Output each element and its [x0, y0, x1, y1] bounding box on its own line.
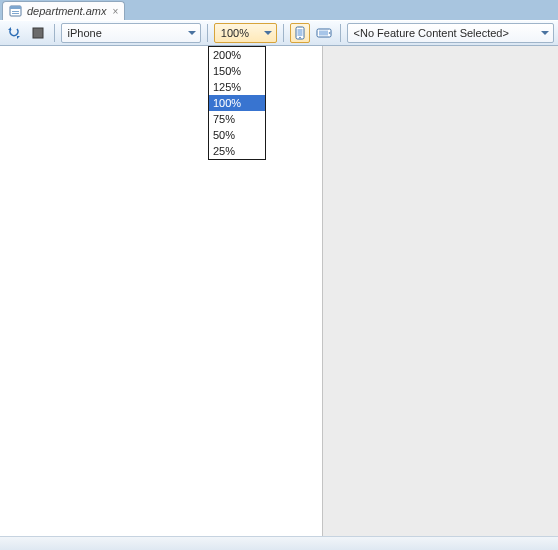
svg-rect-1 — [10, 6, 21, 9]
device-select-value: iPhone — [68, 27, 102, 39]
chevron-down-icon — [541, 31, 549, 35]
svg-point-7 — [299, 37, 301, 39]
zoom-option[interactable]: 100% — [209, 95, 265, 111]
stop-button[interactable] — [28, 23, 48, 43]
zoom-option[interactable]: 150% — [209, 63, 265, 79]
refresh-button[interactable] — [4, 23, 24, 43]
zoom-select[interactable]: 100% — [214, 23, 277, 43]
svg-point-10 — [328, 32, 330, 34]
preview-canvas — [0, 46, 323, 536]
svg-rect-9 — [319, 31, 328, 36]
zoom-option[interactable]: 125% — [209, 79, 265, 95]
svg-rect-6 — [297, 29, 302, 36]
toolbar-separator — [54, 24, 55, 42]
tab-strip: department.amx × — [0, 0, 558, 20]
device-select[interactable]: iPhone — [61, 23, 201, 43]
close-icon[interactable]: × — [112, 6, 118, 17]
status-bar — [0, 536, 558, 550]
zoom-select-value: 100% — [221, 27, 249, 39]
zoom-option[interactable]: 75% — [209, 111, 265, 127]
orientation-landscape-button[interactable] — [314, 23, 334, 43]
svg-rect-2 — [12, 11, 19, 12]
feature-content-value: <No Feature Content Selected> — [354, 27, 509, 39]
chevron-down-icon — [264, 31, 272, 35]
toolbar-separator — [283, 24, 284, 42]
zoom-option[interactable]: 25% — [209, 143, 265, 159]
svg-rect-4 — [33, 28, 43, 38]
editor-tab-label: department.amx — [27, 5, 106, 17]
workspace: 200%150%125%100%75%50%25% — [0, 46, 558, 536]
chevron-down-icon — [188, 31, 196, 35]
file-icon — [9, 4, 23, 18]
orientation-portrait-button[interactable] — [290, 23, 310, 43]
toolbar-separator — [207, 24, 208, 42]
zoom-dropdown[interactable]: 200%150%125%100%75%50%25% — [208, 46, 266, 160]
svg-rect-3 — [12, 13, 19, 14]
zoom-option[interactable]: 50% — [209, 127, 265, 143]
toolbar-separator — [340, 24, 341, 42]
editor-tab-department[interactable]: department.amx × — [2, 1, 125, 20]
toolbar: iPhone 100% <No Feature Content Selected… — [0, 20, 558, 46]
zoom-option[interactable]: 200% — [209, 47, 265, 63]
feature-content-select[interactable]: <No Feature Content Selected> — [347, 23, 554, 43]
